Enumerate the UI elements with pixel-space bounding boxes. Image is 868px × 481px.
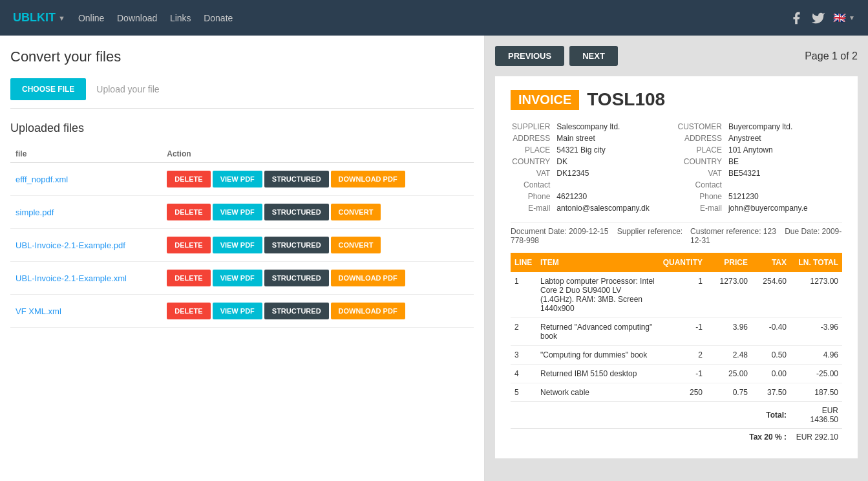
invoice-container: INVOICE TOSL108 SUPPLIER Salescompany lt… — [495, 76, 858, 458]
customer-email: john@buyercompany.e — [728, 203, 812, 213]
next-button[interactable]: NEXT — [569, 46, 618, 66]
row-item: Returned "Advanced computing" book — [536, 318, 659, 346]
total-label: Total: — [511, 402, 790, 429]
view-pdf-button[interactable]: VIEW PDF — [213, 270, 262, 286]
customer-address: Anystreet — [728, 133, 812, 144]
structured-button[interactable]: STRUCTURED — [264, 270, 329, 286]
supplier-ref: 778-998 — [511, 236, 539, 245]
delete-button[interactable]: DELETE — [167, 237, 210, 253]
convert-button[interactable]: CONVERT — [331, 204, 381, 220]
col-header-action: Action — [162, 145, 474, 163]
invoice-row: 5Network cable2500.7537.50187.50 — [511, 383, 842, 402]
invoice-parties: SUPPLIER Salescompany ltd. ADDRESS Main … — [511, 120, 842, 215]
file-row: UBL-Invoice-2.1-Example.xmlDELETEVIEW PD… — [10, 262, 474, 295]
view-pdf-button[interactable]: VIEW PDF — [213, 204, 262, 220]
row-line: 1 — [511, 272, 536, 318]
delete-button[interactable]: DELETE — [167, 171, 210, 187]
row-total: 187.50 — [790, 383, 842, 402]
tax-label: Tax 20 % : — [511, 429, 790, 446]
language-selector[interactable]: 🇬🇧 ▼ — [833, 12, 855, 24]
nav-download[interactable]: Download — [117, 13, 157, 23]
customer-vat-label: VAT — [678, 168, 727, 178]
file-name: VF XML.xml — [10, 295, 162, 328]
invoice-header: INVOICE TOSL108 — [511, 89, 842, 110]
due-date-label: Due Date: — [785, 227, 820, 236]
view-pdf-button[interactable]: VIEW PDF — [213, 303, 262, 319]
col-tax: TAX — [752, 253, 790, 272]
customer-ref-label: Customer reference: — [690, 227, 761, 236]
customer-place-label: PLACE — [678, 145, 727, 155]
structured-button[interactable]: STRUCTURED — [264, 303, 329, 319]
brand-dropdown-icon[interactable]: ▼ — [58, 14, 65, 22]
convert-button[interactable]: CONVERT — [331, 237, 381, 253]
page-info: Page 1 of 2 — [805, 50, 858, 62]
structured-button[interactable]: STRUCTURED — [264, 237, 329, 253]
row-total: -25.00 — [790, 365, 842, 383]
row-total: 1273.00 — [790, 272, 842, 318]
file-actions: DELETEVIEW PDFSTRUCTUREDCONVERT — [162, 229, 474, 262]
customer-country-label: COUNTRY — [678, 156, 727, 167]
customer-phone-label: Phone — [678, 191, 727, 202]
upload-divider — [10, 108, 474, 109]
col-ln-total: LN. TOTAL — [790, 253, 842, 272]
row-line: 2 — [511, 318, 536, 346]
brand-logo[interactable]: UBLKIT ▼ — [13, 11, 65, 25]
invoice-row: 1Labtop computer Processor: Intel Core 2… — [511, 272, 842, 318]
file-row: UBL-Invoice-2.1-Example.pdfDELETEVIEW PD… — [10, 229, 474, 262]
choose-file-button[interactable]: CHOOSE FILE — [10, 78, 86, 100]
twitter-icon[interactable] — [811, 11, 825, 25]
customer-label: CUSTOMER — [678, 122, 727, 132]
row-line: 3 — [511, 346, 536, 365]
upload-placeholder: Upload your file — [96, 84, 159, 94]
nav-online[interactable]: Online — [78, 13, 104, 23]
view-pdf-button[interactable]: VIEW PDF — [213, 237, 262, 253]
nav-donate[interactable]: Donate — [204, 13, 233, 23]
row-item: Returned IBM 5150 desktop — [536, 365, 659, 383]
invoice-row: 2Returned "Advanced computing" book-13.9… — [511, 318, 842, 346]
row-quantity: -1 — [659, 318, 706, 346]
download-pdf-button[interactable]: DOWNLOAD PDF — [331, 171, 405, 187]
tax-value: EUR 292.10 — [790, 429, 842, 446]
structured-button[interactable]: STRUCTURED — [264, 171, 329, 187]
customer-email-label: E-mail — [678, 203, 727, 213]
structured-button[interactable]: STRUCTURED — [264, 204, 329, 220]
col-quantity: QUANTITY — [659, 253, 706, 272]
customer-place: 101 Anytown — [728, 145, 812, 155]
row-line: 5 — [511, 383, 536, 402]
nav-links[interactable]: Links — [170, 13, 191, 23]
previous-button[interactable]: PREVIOUS — [495, 46, 564, 66]
delete-button[interactable]: DELETE — [167, 204, 210, 220]
header: UBLKIT ▼ Online Download Links Donate 🇬🇧… — [0, 0, 868, 36]
header-left: UBLKIT ▼ Online Download Links Donate — [13, 11, 243, 25]
page-title: Convert your files — [10, 48, 474, 65]
supplier-email: antonio@salescompany.dk — [556, 203, 653, 213]
col-item: ITEM — [536, 253, 659, 272]
file-name: UBL-Invoice-2.1-Example.pdf — [10, 229, 162, 262]
col-header-file: file — [10, 145, 162, 163]
invoice-row: 4Returned IBM 5150 desktop-125.000.00-25… — [511, 365, 842, 383]
invoice-meta: Document Date: 2009-12-15 Supplier refer… — [511, 222, 842, 245]
view-pdf-button[interactable]: VIEW PDF — [213, 171, 262, 187]
right-panel: PREVIOUS NEXT Page 1 of 2 INVOICE TOSL10… — [485, 36, 868, 481]
row-quantity: 1 — [659, 272, 706, 318]
facebook-icon[interactable] — [789, 11, 803, 25]
download-pdf-button[interactable]: DOWNLOAD PDF — [331, 270, 405, 286]
left-panel: Convert your files CHOOSE FILE Upload yo… — [0, 36, 485, 481]
col-line: LINE — [511, 253, 536, 272]
delete-button[interactable]: DELETE — [167, 270, 210, 286]
customer-contact-label: Contact — [678, 180, 727, 190]
file-row: VF XML.xmlDELETEVIEW PDFSTRUCTUREDDOWNLO… — [10, 295, 474, 328]
supplier-vat: DK12345 — [556, 168, 653, 178]
row-price: 2.48 — [706, 346, 752, 365]
invoice-row: 3"Computing for dummies" book22.480.504.… — [511, 346, 842, 365]
invoice-label: INVOICE — [511, 90, 579, 110]
row-tax: 37.50 — [752, 383, 790, 402]
file-row: simple.pdfDELETEVIEW PDFSTRUCTUREDCONVER… — [10, 196, 474, 229]
supplier-country: DK — [556, 156, 653, 167]
delete-button[interactable]: DELETE — [167, 303, 210, 319]
download-pdf-button[interactable]: DOWNLOAD PDF — [331, 303, 405, 319]
supplier-block: SUPPLIER Salescompany ltd. ADDRESS Main … — [511, 120, 677, 215]
header-right: 🇬🇧 ▼ — [789, 11, 855, 25]
row-tax: 254.60 — [752, 272, 790, 318]
doc-date-label: Document Date: — [511, 227, 567, 236]
